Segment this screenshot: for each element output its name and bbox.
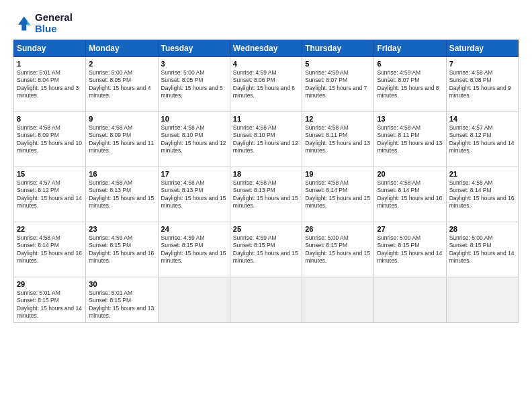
day-cell-11: 11 Sunrise: 4:58 AM Sunset: 8:10 PM Dayl… (230, 112, 302, 167)
day-info: Sunrise: 4:58 AM Sunset: 8:14 PM Dayligh… (377, 179, 443, 210)
day-cell-26: 26 Sunrise: 5:00 AM Sunset: 8:15 PM Dayl… (302, 222, 374, 277)
calendar-week-3: 15 Sunrise: 4:57 AM Sunset: 8:12 PM Dayl… (14, 167, 519, 222)
day-number: 26 (305, 225, 371, 233)
day-number: 23 (89, 225, 154, 233)
day-number: 21 (449, 170, 515, 178)
calendar-week-1: 1 Sunrise: 5:01 AM Sunset: 8:04 PM Dayli… (14, 57, 519, 112)
day-info: Sunrise: 4:57 AM Sunset: 8:12 PM Dayligh… (449, 124, 515, 155)
day-cell-15: 15 Sunrise: 4:57 AM Sunset: 8:12 PM Dayl… (14, 167, 86, 222)
day-cell-4: 4 Sunrise: 4:59 AM Sunset: 8:06 PM Dayli… (230, 57, 302, 112)
calendar-header-friday: Friday (374, 40, 446, 57)
day-number: 11 (233, 115, 299, 123)
day-info: Sunrise: 5:00 AM Sunset: 8:15 PM Dayligh… (377, 234, 443, 265)
day-cell-30: 30 Sunrise: 5:01 AM Sunset: 8:15 PM Dayl… (86, 277, 158, 323)
day-info: Sunrise: 4:58 AM Sunset: 8:11 PM Dayligh… (377, 124, 443, 155)
day-cell-20: 20 Sunrise: 4:58 AM Sunset: 8:14 PM Dayl… (374, 167, 446, 222)
day-info: Sunrise: 4:58 AM Sunset: 8:11 PM Dayligh… (305, 124, 371, 155)
day-number: 14 (449, 115, 515, 123)
day-info: Sunrise: 4:58 AM Sunset: 8:10 PM Dayligh… (161, 124, 227, 155)
day-cell-29: 29 Sunrise: 5:01 AM Sunset: 8:15 PM Dayl… (14, 277, 86, 323)
day-number: 12 (305, 115, 371, 123)
day-info: Sunrise: 4:57 AM Sunset: 8:12 PM Dayligh… (17, 179, 83, 210)
logo-text-blue: Blue (35, 23, 57, 34)
day-cell-9: 9 Sunrise: 4:58 AM Sunset: 8:09 PM Dayli… (86, 112, 158, 167)
empty-cell (446, 277, 518, 323)
day-info: Sunrise: 4:59 AM Sunset: 8:07 PM Dayligh… (377, 69, 443, 100)
day-info: Sunrise: 5:00 AM Sunset: 8:15 PM Dayligh… (305, 234, 371, 265)
day-cell-12: 12 Sunrise: 4:58 AM Sunset: 8:11 PM Dayl… (302, 112, 374, 167)
day-info: Sunrise: 4:58 AM Sunset: 8:13 PM Dayligh… (233, 179, 299, 210)
day-cell-10: 10 Sunrise: 4:58 AM Sunset: 8:10 PM Dayl… (158, 112, 230, 167)
day-info: Sunrise: 5:01 AM Sunset: 8:15 PM Dayligh… (17, 289, 83, 320)
day-cell-6: 6 Sunrise: 4:59 AM Sunset: 8:07 PM Dayli… (374, 57, 446, 112)
day-info: Sunrise: 4:59 AM Sunset: 8:07 PM Dayligh… (305, 69, 371, 100)
calendar-header-row: SundayMondayTuesdayWednesdayThursdayFrid… (14, 40, 519, 57)
day-number: 8 (17, 115, 83, 123)
day-number: 16 (89, 170, 154, 178)
empty-cell (158, 277, 230, 323)
day-cell-22: 22 Sunrise: 4:58 AM Sunset: 8:14 PM Dayl… (14, 222, 86, 277)
empty-cell (230, 277, 302, 323)
day-cell-16: 16 Sunrise: 4:58 AM Sunset: 8:13 PM Dayl… (86, 167, 158, 222)
day-number: 5 (305, 60, 371, 68)
day-info: Sunrise: 4:58 AM Sunset: 8:14 PM Dayligh… (17, 234, 83, 265)
day-cell-23: 23 Sunrise: 4:59 AM Sunset: 8:15 PM Dayl… (86, 222, 158, 277)
day-cell-17: 17 Sunrise: 4:58 AM Sunset: 8:13 PM Dayl… (158, 167, 230, 222)
logo-text-general: General (35, 11, 73, 23)
svg-marker-1 (26, 19, 31, 26)
day-info: Sunrise: 4:58 AM Sunset: 8:10 PM Dayligh… (233, 124, 299, 155)
calendar-week-4: 22 Sunrise: 4:58 AM Sunset: 8:14 PM Dayl… (14, 222, 519, 277)
day-cell-21: 21 Sunrise: 4:58 AM Sunset: 8:14 PM Dayl… (446, 167, 518, 222)
day-cell-5: 5 Sunrise: 4:59 AM Sunset: 8:07 PM Dayli… (302, 57, 374, 112)
day-number: 28 (449, 225, 515, 233)
calendar-header-wednesday: Wednesday (230, 40, 302, 57)
day-info: Sunrise: 4:58 AM Sunset: 8:09 PM Dayligh… (17, 124, 83, 155)
logo-icon (13, 14, 32, 33)
day-cell-19: 19 Sunrise: 4:58 AM Sunset: 8:14 PM Dayl… (302, 167, 374, 222)
day-number: 29 (17, 280, 83, 288)
day-cell-7: 7 Sunrise: 4:58 AM Sunset: 8:08 PM Dayli… (446, 57, 518, 112)
day-info: Sunrise: 5:01 AM Sunset: 8:04 PM Dayligh… (17, 69, 83, 100)
day-number: 24 (161, 225, 227, 233)
day-number: 4 (233, 60, 299, 68)
calendar-header-saturday: Saturday (446, 40, 518, 57)
day-number: 30 (89, 280, 154, 288)
day-number: 22 (17, 225, 83, 233)
calendar-week-5: 29 Sunrise: 5:01 AM Sunset: 8:15 PM Dayl… (14, 277, 519, 323)
day-cell-24: 24 Sunrise: 4:59 AM Sunset: 8:15 PM Dayl… (158, 222, 230, 277)
logo: General Blue (13, 12, 73, 34)
day-cell-13: 13 Sunrise: 4:58 AM Sunset: 8:11 PM Dayl… (374, 112, 446, 167)
calendar-header-monday: Monday (86, 40, 158, 57)
page: General Blue SundayMondayTuesdayWednesda… (0, 0, 532, 411)
day-info: Sunrise: 4:58 AM Sunset: 8:13 PM Dayligh… (89, 179, 154, 210)
day-info: Sunrise: 4:59 AM Sunset: 8:15 PM Dayligh… (161, 234, 227, 265)
day-cell-1: 1 Sunrise: 5:01 AM Sunset: 8:04 PM Dayli… (14, 57, 86, 112)
day-number: 27 (377, 225, 443, 233)
empty-cell (302, 277, 374, 323)
day-cell-14: 14 Sunrise: 4:57 AM Sunset: 8:12 PM Dayl… (446, 112, 518, 167)
day-info: Sunrise: 4:58 AM Sunset: 8:08 PM Dayligh… (449, 69, 515, 100)
day-info: Sunrise: 4:58 AM Sunset: 8:09 PM Dayligh… (89, 124, 154, 155)
day-cell-18: 18 Sunrise: 4:58 AM Sunset: 8:13 PM Dayl… (230, 167, 302, 222)
day-info: Sunrise: 4:58 AM Sunset: 8:14 PM Dayligh… (449, 179, 515, 210)
day-number: 15 (17, 170, 83, 178)
day-number: 6 (377, 60, 443, 68)
day-number: 17 (161, 170, 227, 178)
day-number: 20 (377, 170, 443, 178)
calendar-header-thursday: Thursday (302, 40, 374, 57)
calendar-header-tuesday: Tuesday (158, 40, 230, 57)
day-number: 2 (89, 60, 154, 68)
day-cell-2: 2 Sunrise: 5:00 AM Sunset: 8:05 PM Dayli… (86, 57, 158, 112)
day-info: Sunrise: 5:00 AM Sunset: 8:05 PM Dayligh… (89, 69, 154, 100)
day-info: Sunrise: 4:59 AM Sunset: 8:15 PM Dayligh… (89, 234, 154, 265)
calendar-header-sunday: Sunday (14, 40, 86, 57)
day-number: 13 (377, 115, 443, 123)
day-cell-28: 28 Sunrise: 5:00 AM Sunset: 8:15 PM Dayl… (446, 222, 518, 277)
day-number: 3 (161, 60, 227, 68)
day-info: Sunrise: 4:59 AM Sunset: 8:15 PM Dayligh… (233, 234, 299, 265)
day-number: 25 (233, 225, 299, 233)
empty-cell (374, 277, 446, 323)
calendar-table: SundayMondayTuesdayWednesdayThursdayFrid… (13, 40, 519, 323)
day-cell-25: 25 Sunrise: 4:59 AM Sunset: 8:15 PM Dayl… (230, 222, 302, 277)
day-info: Sunrise: 4:58 AM Sunset: 8:14 PM Dayligh… (305, 179, 371, 210)
